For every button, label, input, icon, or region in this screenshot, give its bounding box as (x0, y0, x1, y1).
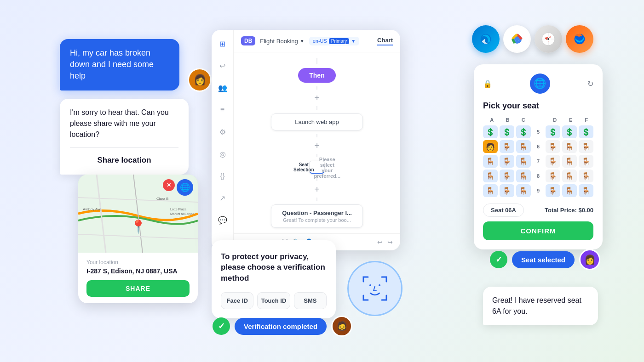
seat-6A[interactable]: 🧑 (483, 140, 498, 153)
language-badge[interactable]: en-US Primary ▼ (309, 37, 360, 45)
seat-row-5: 💲 💲 💲 5 💲 💲 💲 (483, 125, 593, 138)
row-9-num: 9 (533, 184, 544, 197)
verification-check-icon: ✓ (213, 317, 230, 335)
verification-title: To protect your privacy, please choose a… (221, 251, 327, 284)
seat-7A[interactable]: 🪑 (483, 155, 498, 168)
user-avatar: 👩 (188, 68, 212, 92)
seat-7D: 🪑 (546, 155, 560, 168)
bot-message-text: I'm sorry to hear that. Can you please s… (70, 107, 178, 140)
seat-9C[interactable]: 🪑 (516, 184, 531, 197)
seat-row-7: 🪑 🪑 🪑 7 🪑 🪑 🪑 (483, 155, 593, 168)
svg-point-7 (515, 37, 519, 41)
confirm-button[interactable]: CONFIRM (483, 221, 593, 240)
seat-6E: 🪑 (562, 140, 577, 153)
sidebar-arrow-icon[interactable]: ↗ (216, 192, 229, 204)
flow-node-launch[interactable]: Launch web app (271, 113, 363, 130)
browser-icons-container (472, 25, 593, 53)
flow-line-2 (316, 106, 317, 109)
flow-node-then[interactable]: Then (298, 68, 335, 83)
map-area: Amboy Ave Clara B Lotte Plaza Market at … (78, 175, 198, 253)
face-scan-inner (356, 270, 393, 307)
seat-selected-notification: ✓ Seat selected 👩 (490, 249, 600, 270)
seat-6B[interactable]: 🪑 (500, 140, 514, 153)
chrome-icon[interactable] (503, 25, 531, 53)
seat-5A[interactable]: 💲 (483, 125, 498, 138)
sidebar-code-icon[interactable]: {} (216, 170, 229, 182)
touch-id-button[interactable]: Touch ID (257, 292, 290, 309)
seat-5F[interactable]: 💲 (579, 125, 593, 138)
seat-picker-header: 🔒 🌐 ↻ (483, 74, 593, 94)
seat-8D: 🪑 (546, 170, 560, 182)
map-globe-icon[interactable]: 🌐 (177, 179, 193, 196)
sidebar-flow-icon[interactable]: ↩ (216, 59, 229, 72)
row-5-num: 5 (533, 125, 544, 138)
svg-point-16 (379, 284, 380, 286)
sidebar-settings-icon[interactable]: ⚙ (216, 125, 229, 138)
bot-message-bubble: I'm sorry to hear that. Can you please s… (60, 99, 189, 175)
verification-completed-badge: Verification completed (235, 318, 327, 335)
seat-5E[interactable]: 💲 (562, 125, 577, 138)
redo-icon[interactable]: ↪ (387, 238, 393, 246)
seat-picker-footer: Seat 06A Total Price: $0.00 (483, 204, 593, 217)
seat-5B[interactable]: 💲 (500, 125, 514, 138)
seat-5D[interactable]: 💲 (546, 125, 560, 138)
db-badge: DB (241, 36, 255, 45)
seat-8E: 🪑 (562, 170, 577, 182)
seat-selected-badge: Seat selected (512, 251, 575, 268)
flow-line-5 (316, 177, 317, 181)
flow-connector (316, 58, 317, 64)
seat-8C[interactable]: 🪑 (516, 170, 531, 182)
builder-content: Then + Launch web app + Seat Selection P… (234, 52, 400, 233)
flow-line-3 (316, 134, 317, 137)
edge-icon[interactable] (472, 25, 500, 53)
undo-icon[interactable]: ↩ (377, 238, 383, 246)
sidebar-chat-icon[interactable]: 💬 (216, 214, 229, 226)
firefox-icon[interactable] (566, 25, 593, 53)
face-scan-circle (347, 261, 402, 316)
seat-9E[interactable]: 🪑 (562, 184, 577, 197)
seat-7B[interactable]: 🪑 (500, 155, 514, 168)
seat-8A[interactable]: 🪑 (483, 170, 498, 182)
share-location-button[interactable]: Share location (70, 147, 178, 166)
seat-row-6: 🧑 🪑 🪑 6 🪑 🪑 🪑 (483, 140, 593, 153)
sidebar-list-icon[interactable]: ≡ (216, 103, 229, 116)
map-close-button[interactable]: ✕ (163, 179, 175, 191)
map-share-button[interactable]: SHARE (86, 280, 190, 297)
seat-7E: 🪑 (562, 155, 577, 168)
sms-button[interactable]: SMS (294, 292, 327, 309)
seat-5C[interactable]: 💲 (516, 125, 531, 138)
sidebar-location-icon[interactable]: ◎ (216, 147, 229, 160)
seat-9B[interactable]: 🪑 (500, 184, 514, 197)
flow-line-6 (316, 198, 317, 201)
seat-6D: 🪑 (546, 140, 560, 153)
seat-7C[interactable]: 🪑 (516, 155, 531, 168)
flow-line (316, 86, 317, 90)
verification-completed: ✓ Verification completed 🧔 (213, 316, 352, 337)
seat-9D[interactable]: 🪑 (546, 184, 560, 197)
seat-6C[interactable]: 🪑 (516, 140, 531, 153)
flight-booking-tag[interactable]: Flight Booking ▼ (260, 38, 304, 45)
map-info: Your location I-287 S, Edison, NJ 0887, … (78, 253, 198, 303)
builder-panel: ⊞ ↩ 👥 ≡ ⚙ ◎ {} ↗ 💬 DB Flight Booking ▼ e… (212, 30, 400, 250)
sidebar-grid-icon[interactable]: ⊞ (216, 37, 229, 50)
flow-node-question[interactable]: Question - Passenger I... Great! To comp… (271, 204, 363, 228)
face-id-button[interactable]: Face ID (221, 292, 253, 309)
refresh-icon[interactable]: ↻ (587, 79, 593, 88)
svg-text:Lotte Plaza: Lotte Plaza (170, 208, 186, 211)
user-message-text: Hi, my car has broken down and I need so… (70, 48, 154, 80)
safari-icon[interactable] (535, 25, 562, 53)
seat-9F[interactable]: 🪑 (579, 184, 593, 197)
svg-text:Market at Edison: Market at Edison (170, 212, 195, 215)
verification-methods: Face ID Touch ID SMS (221, 292, 327, 309)
woman-avatar-right: 👩 (579, 249, 600, 270)
builder-main: DB Flight Booking ▼ en-US Primary ▼ Char… (234, 30, 400, 250)
flow-node-seat[interactable]: Seat Selection Please select your prefer… (309, 161, 325, 174)
svg-text:Clara B: Clara B (156, 197, 169, 201)
seat-9A[interactable]: 🪑 (483, 184, 498, 197)
man-avatar: 🧔 (331, 316, 352, 337)
chart-tab[interactable]: Chart (377, 37, 393, 45)
row-7-num: 7 (533, 155, 544, 168)
seat-8B[interactable]: 🪑 (500, 170, 514, 182)
sidebar-users-icon[interactable]: 👥 (216, 81, 229, 94)
seat-row-8: 🪑 🪑 🪑 8 🪑 🪑 🪑 (483, 170, 593, 182)
